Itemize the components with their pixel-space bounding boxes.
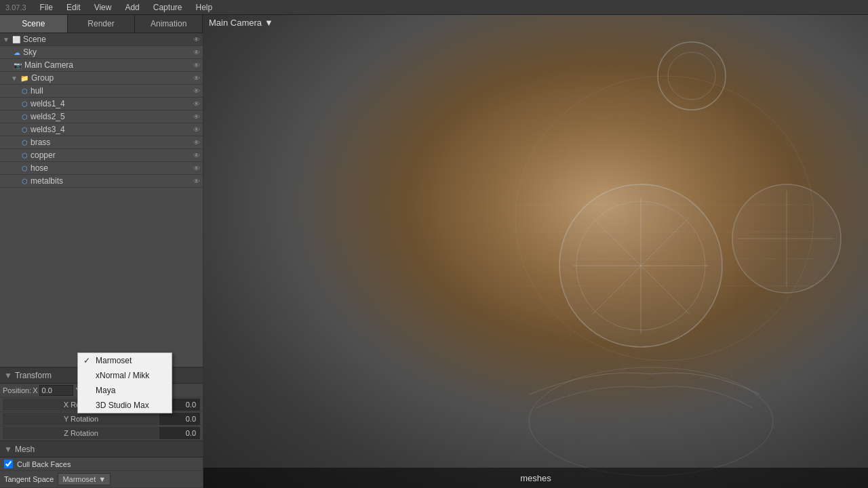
- cull-back-faces-checkbox[interactable]: [4, 460, 13, 468]
- svg-point-11: [576, 201, 705, 330]
- menu-capture[interactable]: Capture: [151, 1, 185, 14]
- tree-item-welds3[interactable]: ⬡ welds3_4 👁: [0, 123, 203, 136]
- tree-label-metalbits: metalbits: [31, 176, 63, 186]
- tree-label-hose: hose: [31, 163, 48, 173]
- group-icon: 📁: [20, 75, 28, 82]
- tree-item-metalbits[interactable]: ⬡ metalbits 👁: [0, 175, 203, 188]
- menu-help[interactable]: Help: [193, 1, 215, 14]
- mesh-collapse[interactable]: ▼: [4, 445, 12, 454]
- main-layout: Scene Render Animation ▼ ⬜ Scene 👁 ☁ Sky…: [0, 15, 868, 488]
- z-rotation-input[interactable]: [159, 427, 200, 439]
- eye-scene[interactable]: 👁: [193, 36, 200, 43]
- dropdown-arrow-icon: ▼: [98, 475, 106, 483]
- eye-welds3[interactable]: 👁: [193, 126, 200, 134]
- z-rotation-row: Z Rotation: [0, 426, 203, 441]
- y-rotation-row: Y Rotation: [0, 412, 203, 426]
- z-rotation-label[interactable]: Z Rotation: [3, 427, 159, 439]
- render-area: [203, 15, 868, 488]
- transform-title: Transform: [15, 371, 52, 380]
- position-x-input[interactable]: [39, 385, 73, 396]
- y-rotation-input[interactable]: [159, 413, 200, 425]
- menu-file[interactable]: File: [37, 1, 56, 14]
- camera-tree-icon: 📷: [14, 62, 22, 69]
- tree-item-copper[interactable]: ⬡ copper 👁: [0, 149, 203, 162]
- svg-point-0: [515, 76, 814, 361]
- tree-label-hull: hull: [31, 86, 43, 96]
- camera-dropdown-icon[interactable]: ▼: [264, 18, 273, 28]
- tangent-space-label: Tangent Space: [4, 475, 54, 483]
- tab-animation[interactable]: Animation: [135, 15, 203, 33]
- viewport[interactable]: Main Camera ▼: [203, 15, 868, 488]
- dropdown-option-3dsmax[interactable]: 3D Studio Max: [78, 398, 172, 413]
- menu-edit[interactable]: Edit: [64, 1, 83, 14]
- app-version: 3.07.3: [3, 2, 29, 13]
- menu-bar: 3.07.3 File Edit View Add Capture Help: [0, 0, 868, 15]
- mesh-welds2-icon: ⬡: [22, 113, 28, 121]
- scene-tree: ▼ ⬜ Scene 👁 ☁ Sky 👁 📷 Main Camera 👁 ▼ 📁: [0, 33, 203, 367]
- tangent-space-dropdown[interactable]: Marmoset ▼: [58, 473, 111, 485]
- dropdown-label-marmoset: Marmoset: [96, 356, 132, 365]
- status-bar: meshes: [203, 468, 868, 488]
- camera-name: Main Camera: [209, 18, 262, 28]
- dropdown-option-maya[interactable]: Maya: [78, 383, 172, 398]
- tree-item-hose[interactable]: ⬡ hose 👁: [0, 162, 203, 175]
- svg-point-16: [732, 184, 841, 293]
- mesh-welds1-icon: ⬡: [22, 100, 28, 108]
- svg-line-14: [592, 217, 690, 314]
- x-label: X: [33, 386, 37, 394]
- dropdown-option-xnormal[interactable]: xNormal / Mikk: [78, 368, 172, 383]
- mesh-title: Mesh: [15, 445, 35, 454]
- tree-label-group: Group: [31, 73, 54, 83]
- eye-brass[interactable]: 👁: [193, 139, 200, 146]
- eye-copper[interactable]: 👁: [193, 152, 200, 159]
- tree-item-welds2[interactable]: ⬡ welds2_5 👁: [0, 110, 203, 123]
- sky-icon: ☁: [14, 49, 20, 56]
- tree-item-group[interactable]: ▼ 📁 Group 👁: [0, 72, 203, 85]
- y-rotation-label[interactable]: Y Rotation: [3, 413, 159, 425]
- menu-view[interactable]: View: [92, 1, 115, 14]
- svg-point-21: [529, 367, 773, 476]
- eye-welds2[interactable]: 👁: [193, 113, 200, 121]
- left-panel: Scene Render Animation ▼ ⬜ Scene 👁 ☁ Sky…: [0, 15, 203, 488]
- tree-item-camera[interactable]: 📷 Main Camera 👁: [0, 59, 203, 72]
- dropdown-option-marmoset[interactable]: ✓ Marmoset: [78, 353, 172, 368]
- mesh-header[interactable]: ▼ Mesh: [0, 442, 203, 458]
- dropdown-label-xnormal: xNormal / Mikk: [96, 371, 149, 380]
- tree-item-brass[interactable]: ⬡ brass 👁: [0, 136, 203, 149]
- transform-collapse[interactable]: ▼: [4, 371, 12, 380]
- cull-back-faces-row: Cull Back Faces: [0, 458, 203, 471]
- eye-hull[interactable]: 👁: [193, 87, 200, 95]
- tab-render[interactable]: Render: [68, 15, 136, 33]
- menu-add[interactable]: Add: [122, 1, 142, 14]
- dropdown-label-maya: Maya: [96, 386, 115, 395]
- eye-welds1[interactable]: 👁: [193, 100, 200, 108]
- tree-label-welds3: welds3_4: [31, 125, 65, 134]
- mesh-copper-icon: ⬡: [22, 152, 28, 159]
- mesh-metalbits-icon: ⬡: [22, 178, 28, 185]
- tangent-space-row: Tangent Space Marmoset ▼: [0, 471, 203, 488]
- mesh-hull-icon: ⬡: [22, 87, 28, 95]
- tree-item-sky[interactable]: ☁ Sky 👁: [0, 46, 203, 59]
- tree-item-scene[interactable]: ▼ ⬜ Scene 👁: [0, 33, 203, 46]
- mesh-panel: ▼ Mesh Cull Back Faces Tangent Space Mar…: [0, 441, 203, 488]
- tangent-space-value: Marmoset: [62, 475, 96, 483]
- mesh-brass-icon: ⬡: [22, 139, 28, 146]
- tree-item-hull[interactable]: ⬡ hull 👁: [0, 85, 203, 98]
- eye-group[interactable]: 👁: [193, 75, 200, 82]
- svg-point-19: [658, 42, 726, 110]
- tree-label-brass: brass: [31, 138, 50, 147]
- svg-point-10: [559, 184, 722, 347]
- collapse-group[interactable]: ▼: [11, 75, 18, 82]
- eye-camera[interactable]: 👁: [193, 62, 200, 69]
- status-text: meshes: [520, 473, 551, 483]
- eye-metalbits[interactable]: 👁: [193, 178, 200, 185]
- tab-scene[interactable]: Scene: [0, 15, 68, 33]
- tree-item-welds1[interactable]: ⬡ welds1_4 👁: [0, 98, 203, 110]
- collapse-scene[interactable]: ▼: [3, 36, 9, 43]
- cull-back-faces-label: Cull Back Faces: [17, 460, 71, 468]
- tangent-space-dropdown-menu: ✓ Marmoset xNormal / Mikk Maya 3D Studio…: [77, 352, 172, 413]
- eye-hose[interactable]: 👁: [193, 165, 200, 172]
- camera-label[interactable]: Main Camera ▼: [209, 18, 273, 28]
- tree-label-welds2: welds2_5: [31, 112, 65, 121]
- eye-sky[interactable]: 👁: [193, 49, 200, 56]
